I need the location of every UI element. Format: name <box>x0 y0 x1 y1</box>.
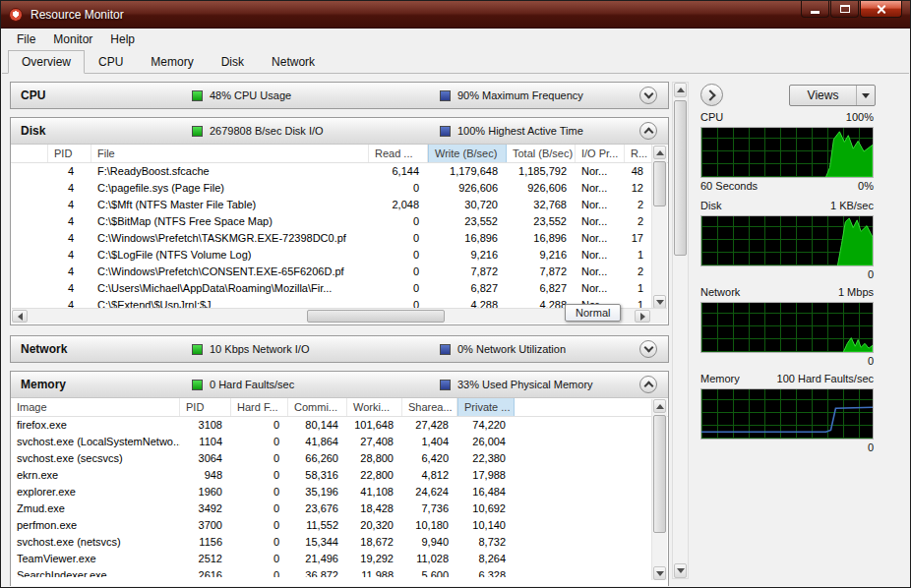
memory-table-row[interactable]: svchost.exe (secsvcs) 3064 0 66,260 28,8… <box>11 450 668 467</box>
cell-private: 74,220 <box>457 417 515 434</box>
disk-table-row[interactable]: 4 C:\Windows\Prefetch\CONSENT.EXE-65F620… <box>11 264 668 280</box>
cell-hard-faults: 0 <box>231 434 288 450</box>
cell-write: 7,872 <box>428 264 507 280</box>
cell-working-set: 20,320 <box>347 517 402 534</box>
disk-section: Disk 2679808 B/sec Disk I/O 100% Highest… <box>10 117 669 325</box>
tab-memory[interactable]: Memory <box>137 50 207 74</box>
menu-bar: File Monitor Help <box>2 29 909 49</box>
memory-table-row[interactable]: firefox.exe 3108 0 80,144 101,648 27,428… <box>11 417 668 434</box>
collapse-panel-button[interactable] <box>700 84 723 106</box>
scrollbar-thumb[interactable] <box>307 310 445 323</box>
chevron-down-icon <box>643 89 653 99</box>
disk-col-response[interactable]: R... <box>625 145 652 162</box>
menu-monitor[interactable]: Monitor <box>44 30 101 48</box>
minimize-button[interactable] <box>801 1 829 18</box>
cell-pid: 4 <box>48 280 91 297</box>
scroll-down-button[interactable] <box>653 295 666 309</box>
scroll-down-button[interactable] <box>653 566 666 580</box>
tab-network[interactable]: Network <box>258 50 329 74</box>
menu-help[interactable]: Help <box>101 30 144 48</box>
scroll-up-button[interactable] <box>653 399 666 413</box>
disk-table-row[interactable]: 4 C:\Users\Michael\AppData\Roaming\Mozil… <box>11 280 668 297</box>
scrollbar-thumb[interactable] <box>674 100 687 256</box>
menu-file[interactable]: File <box>8 30 44 48</box>
cell-io-priority: Nor... <box>576 197 625 213</box>
close-button[interactable] <box>860 1 902 18</box>
tab-disk[interactable]: Disk <box>208 50 258 74</box>
memory-table-row[interactable]: perfmon.exe 3700 0 11,552 20,320 10,180 … <box>11 517 668 534</box>
cell-hard-faults: 0 <box>231 551 288 567</box>
disk-section-header[interactable]: Disk 2679808 B/sec Disk I/O 100% Highest… <box>11 118 668 145</box>
memory-table-vertical-scrollbar[interactable] <box>651 399 667 580</box>
cell-pid: 1104 <box>180 434 231 450</box>
memory-col-private[interactable]: Private ... <box>457 398 515 416</box>
memory-table-row[interactable]: ekrn.exe 948 0 58,316 22,800 4,812 17,98… <box>11 467 668 484</box>
network-graph-scale-min: 0 <box>868 355 874 369</box>
memory-section-header[interactable]: Memory 0 Hard Faults/sec 33% Used Physic… <box>11 372 668 398</box>
memory-table-row[interactable]: Zmud.exe 3492 0 23,676 18,428 7,736 10,6… <box>11 500 668 517</box>
disk-col-pid[interactable]: PID <box>48 145 91 162</box>
memory-col-working-set[interactable]: Worki... <box>347 398 402 416</box>
cell-image: TeamViewer.exe <box>11 551 180 567</box>
disk-col-read[interactable]: Read ... <box>369 145 428 162</box>
scroll-left-button[interactable] <box>12 310 28 323</box>
memory-collapse-button[interactable] <box>639 376 657 393</box>
disk-col-write[interactable]: Write (B/sec) <box>428 145 507 162</box>
cell-io-priority: Nor... <box>576 247 625 264</box>
blue-legend-icon <box>440 344 451 355</box>
memory-col-image[interactable]: Image <box>11 398 180 416</box>
cell-response: 12 <box>625 180 652 197</box>
disk-table-row[interactable]: 4 C:\pagefile.sys (Page File) 0 926,606 … <box>11 180 668 197</box>
disk-col-file[interactable]: File <box>91 145 369 162</box>
memory-col-hard-faults[interactable]: Hard F... <box>231 398 288 416</box>
cpu-expand-button[interactable] <box>639 87 657 104</box>
disk-table-row[interactable]: 4 C:\$LogFile (NTFS Volume Log) 0 9,216 … <box>11 247 668 264</box>
cell-image: svchost.exe (netsvcs) <box>11 534 180 551</box>
scroll-up-button[interactable] <box>653 146 666 159</box>
maximize-icon <box>840 5 850 13</box>
maximize-button[interactable] <box>830 1 859 18</box>
disk-collapse-button[interactable] <box>639 122 657 140</box>
overview-vertical-scrollbar[interactable] <box>672 82 689 579</box>
memory-graph <box>700 388 874 440</box>
cell-commit: 35,196 <box>288 484 347 500</box>
views-dropdown-arrow[interactable] <box>857 86 875 105</box>
scroll-up-button[interactable] <box>674 83 687 97</box>
scroll-down-button[interactable] <box>674 563 687 578</box>
resource-monitor-window: Resource Monitor File Monitor Help Overv… <box>0 0 911 588</box>
memory-col-commit[interactable]: Commi... <box>288 398 347 416</box>
scrollbar-thumb[interactable] <box>653 415 666 533</box>
disk-table-vertical-scrollbar[interactable] <box>651 146 667 309</box>
cell-write: 30,720 <box>428 197 507 213</box>
disk-table-row[interactable]: 4 C:\Windows\Prefetch\TASKMGR.EXE-72398D… <box>11 230 668 247</box>
memory-table-row[interactable]: svchost.exe (LocalSystemNetwo... 1104 0 … <box>11 434 668 450</box>
scrollbar-thumb[interactable] <box>653 161 666 206</box>
memory-col-pid[interactable]: PID <box>180 398 231 416</box>
disk-table-row[interactable]: 4 F:\ReadyBoost.sfcache 6,144 1,179,648 … <box>11 163 668 180</box>
memory-table-row[interactable]: explorer.exe 1960 0 35,196 41,108 24,624… <box>11 484 668 500</box>
cell-shareable: 27,428 <box>402 417 457 434</box>
network-section-header[interactable]: Network 10 Kbps Network I/O 0% Network U… <box>11 336 668 363</box>
disk-col-total[interactable]: Total (B/sec) <box>507 145 576 162</box>
network-io-legend: 10 Kbps Network I/O <box>192 343 310 355</box>
disk-table-row[interactable]: 4 C:\$Mft (NTFS Master File Table) 2,048… <box>11 197 668 213</box>
memory-table-row[interactable]: svchost.exe (netsvcs) 1156 0 15,344 18,6… <box>11 534 668 551</box>
network-graph <box>700 302 874 353</box>
memory-col-shareable[interactable]: Sharea... <box>402 398 457 416</box>
memory-graph-scale-max: 100 Hard Faults/sec <box>777 373 874 387</box>
disk-col-io-priority[interactable]: I/O Pr... <box>576 145 625 162</box>
network-expand-button[interactable] <box>639 340 657 358</box>
disk-table-row[interactable]: 4 C:\$BitMap (NTFS Free Space Map) 0 23,… <box>11 213 668 230</box>
cpu-section-header[interactable]: CPU 48% CPU Usage 90% Maximum Frequency <box>11 83 668 109</box>
memory-table-row[interactable]: SearchIndexer.exe 2616 0 36,872 11,988 5… <box>11 567 668 577</box>
cell-pid: 3492 <box>180 500 231 517</box>
tab-overview[interactable]: Overview <box>8 50 85 74</box>
memory-table-row[interactable]: TeamViewer.exe 2512 0 21,496 19,292 11,0… <box>11 551 668 567</box>
cell-commit: 58,316 <box>288 467 347 484</box>
views-button[interactable]: Views <box>789 85 876 106</box>
cell-pid: 1156 <box>180 534 231 551</box>
cell-pid: 4 <box>48 180 91 197</box>
title-bar[interactable]: Resource Monitor <box>1 1 910 29</box>
tab-cpu[interactable]: CPU <box>85 50 137 74</box>
scroll-right-button[interactable] <box>635 310 650 323</box>
